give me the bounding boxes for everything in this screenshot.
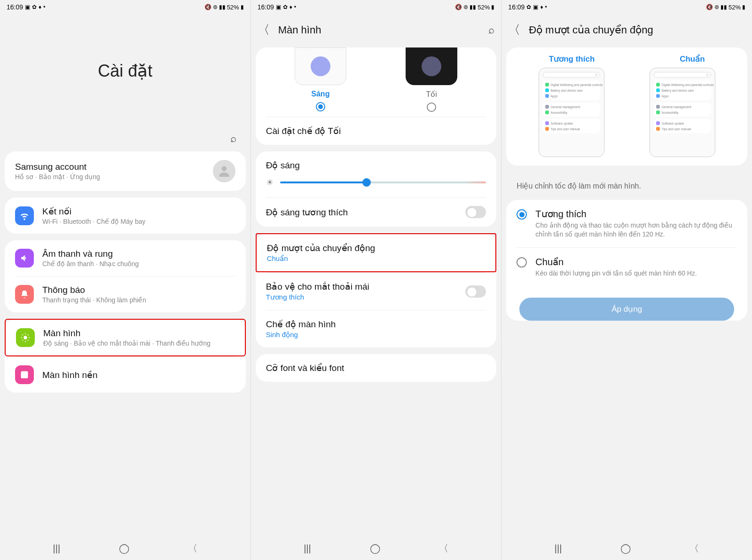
phone-motion: 16:09 ✿ ▣ ♦ • 🔇 ⊚ ▮▮ 52% ▮ 〈 Độ mượt của… bbox=[501, 0, 752, 560]
home-button[interactable]: ◯ bbox=[370, 543, 380, 554]
row-title: Thông báo bbox=[42, 285, 235, 295]
theme-light-label: Sáng bbox=[265, 90, 376, 98]
recents-button[interactable]: ||| bbox=[555, 543, 562, 554]
adaptive-label: Độ sáng tương thích bbox=[266, 207, 348, 218]
wifi-icon: ⊚ bbox=[714, 4, 719, 10]
options-card: Tương thích Cho ảnh động và thao tác cuộ… bbox=[506, 200, 747, 321]
adaptive-toggle[interactable] bbox=[465, 206, 486, 218]
wifi-icon bbox=[15, 206, 34, 225]
row-wallpaper[interactable]: Màn hình nền bbox=[15, 356, 235, 393]
apply-button[interactable]: Áp dụng bbox=[519, 298, 734, 321]
dot-icon: • bbox=[545, 4, 547, 10]
display-options-card: Độ mượt của chuyển động Chuẩn Bảo vệ cho… bbox=[256, 233, 497, 347]
signal-icon: ▮▮ bbox=[721, 4, 727, 10]
bulb-icon: ♦ bbox=[540, 4, 543, 10]
row-title: Âm thanh và rung bbox=[42, 249, 235, 259]
row-sound[interactable]: Âm thanh và rung Chế độ âm thanh · Nhạc … bbox=[5, 240, 246, 276]
eye-row[interactable]: Bảo vệ cho mắt thoải mái Tương thích bbox=[256, 273, 497, 310]
gear-icon: ✿ bbox=[32, 4, 37, 10]
font-card[interactable]: Cỡ font và kiểu font bbox=[256, 354, 497, 382]
svg-rect-10 bbox=[21, 371, 28, 379]
tab-standard[interactable]: Chuẩn bbox=[680, 54, 705, 64]
battery-text: 52% bbox=[478, 4, 490, 11]
nav-bar: ||| ◯ 〈 bbox=[501, 536, 752, 560]
brightness-label: Độ sáng bbox=[266, 160, 486, 171]
battery-icon: ▮ bbox=[241, 4, 244, 10]
opt1-desc: Cho ảnh động và thao tác cuộn mượt hơn b… bbox=[535, 221, 737, 239]
info-text: Hiệu chỉnh tốc độ làm mới màn hình. bbox=[506, 172, 747, 200]
font-label: Cỡ font và kiểu font bbox=[266, 363, 486, 373]
tab-adaptive[interactable]: Tương thích bbox=[549, 54, 595, 64]
dot-icon: • bbox=[43, 4, 45, 10]
image-icon: ▣ bbox=[25, 4, 30, 10]
preview-standard: Digital Wellbeing and parental controls … bbox=[650, 68, 715, 157]
back-button[interactable]: 〈 bbox=[689, 542, 699, 555]
dark-settings-row[interactable]: Cài đặt chế độ Tối bbox=[256, 117, 497, 145]
connections-card: Kết nối Wi-Fi · Bluetooth · Chế độ Máy b… bbox=[5, 197, 246, 234]
battery-icon: ▮ bbox=[742, 4, 745, 10]
signal-icon: ▮▮ bbox=[470, 4, 476, 10]
bulb-icon: ♦ bbox=[290, 4, 292, 10]
battery-text: 52% bbox=[227, 4, 239, 11]
row-display[interactable]: Màn hình Độ sáng · Bảo vệ cho mắt thoải … bbox=[5, 319, 246, 356]
row-notifications[interactable]: Thông báo Thanh trạng thái · Không làm p… bbox=[15, 276, 235, 312]
sun-icon: ☀ bbox=[266, 177, 274, 188]
eye-value: Tương thích bbox=[266, 293, 369, 301]
back-button[interactable]: 〈 bbox=[188, 542, 197, 555]
back-button[interactable]: 〈 bbox=[439, 542, 448, 555]
account-card[interactable]: Samsung account Hồ sơ · Bảo mật · Ứng dụ… bbox=[5, 151, 246, 191]
theme-dark[interactable]: Tối bbox=[376, 47, 487, 112]
gear-icon: ✿ bbox=[526, 4, 531, 10]
eye-title: Bảo vệ cho mắt thoải mái bbox=[266, 281, 369, 292]
signal-icon: ▮▮ bbox=[219, 4, 226, 10]
row-sub: Độ sáng · Bảo vệ cho mắt thoải mái · Tha… bbox=[43, 339, 235, 347]
svg-line-7 bbox=[28, 340, 28, 340]
opt2-title: Chuẩn bbox=[535, 256, 697, 268]
row-title: Màn hình bbox=[43, 328, 235, 339]
recents-button[interactable]: ||| bbox=[304, 543, 311, 554]
dot-icon: • bbox=[294, 4, 296, 10]
status-bar: 16:09 ▣ ✿ ♦ • 🔇 ⊚ ▮▮ 52% ▮ bbox=[0, 0, 251, 14]
battery-icon: ▮ bbox=[491, 4, 494, 10]
brightness-card: Độ sáng ☀ Độ sáng tương thích bbox=[256, 151, 497, 227]
radio-dark[interactable] bbox=[427, 103, 436, 112]
svg-line-6 bbox=[23, 335, 23, 335]
mode-title: Chế độ màn hình bbox=[266, 319, 486, 330]
row-sub: Thanh trạng thái · Không làm phiền bbox=[42, 296, 235, 304]
svg-line-8 bbox=[23, 340, 23, 340]
row-connections[interactable]: Kết nối Wi-Fi · Bluetooth · Chế độ Máy b… bbox=[5, 197, 246, 234]
svg-point-1 bbox=[24, 336, 27, 339]
motion-value: Chuẩn bbox=[267, 254, 486, 263]
nav-bar: ||| ◯ 〈 bbox=[0, 536, 251, 560]
motion-title: Độ mượt của chuyển động bbox=[267, 243, 486, 253]
recents-button[interactable]: ||| bbox=[53, 543, 61, 554]
adaptive-row[interactable]: Độ sáng tương thích bbox=[256, 197, 497, 227]
back-icon[interactable]: 〈 bbox=[508, 22, 520, 38]
speaker-icon bbox=[15, 249, 34, 268]
status-bar: 16:09 ✿ ▣ ♦ • 🔇 ⊚ ▮▮ 52% ▮ bbox=[501, 0, 752, 14]
motion-row[interactable]: Độ mượt của chuyển động Chuẩn bbox=[256, 233, 497, 272]
home-button[interactable]: ◯ bbox=[119, 543, 129, 554]
sound-notif-card: Âm thanh và rung Chế độ âm thanh · Nhạc … bbox=[5, 240, 246, 312]
radio-standard[interactable] bbox=[517, 257, 527, 268]
bulb-icon: ♦ bbox=[39, 4, 41, 10]
radio-light[interactable] bbox=[316, 102, 325, 111]
eye-toggle[interactable] bbox=[465, 285, 486, 298]
mute-icon: 🔇 bbox=[706, 4, 713, 10]
option-adaptive[interactable]: Tương thích Cho ảnh động và thao tác cuộ… bbox=[506, 200, 747, 247]
screen-mode-row[interactable]: Chế độ màn hình Sinh động bbox=[256, 310, 497, 347]
search-icon[interactable]: ⌕ bbox=[488, 24, 494, 36]
back-icon[interactable]: 〈 bbox=[258, 22, 270, 38]
theme-light[interactable]: Sáng bbox=[265, 47, 376, 112]
brightness-slider[interactable] bbox=[280, 181, 486, 183]
theme-dark-label: Tối bbox=[376, 90, 487, 99]
search-icon[interactable]: ⌕ bbox=[230, 133, 236, 145]
option-standard[interactable]: Chuẩn Kéo dài thời lượng pin với tần số … bbox=[506, 248, 747, 286]
home-button[interactable]: ◯ bbox=[620, 543, 631, 554]
brightness-icon bbox=[16, 328, 35, 347]
image-icon: ▣ bbox=[533, 4, 538, 10]
mute-icon: 🔇 bbox=[455, 4, 462, 10]
radio-adaptive[interactable] bbox=[517, 209, 527, 220]
battery-text: 52% bbox=[728, 4, 741, 11]
status-bar: 16:09 ▣ ✿ ♦ • 🔇 ⊚ ▮▮ 52% ▮ bbox=[251, 0, 501, 14]
